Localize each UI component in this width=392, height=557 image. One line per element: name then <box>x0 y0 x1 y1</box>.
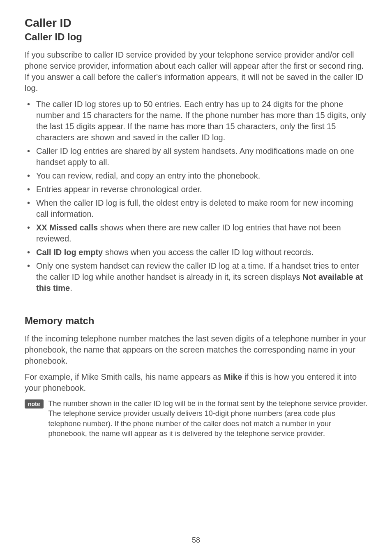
caller-id-bullet-list: The caller ID log stores up to 50 entrie… <box>25 99 367 294</box>
subsection-memory-match-title: Memory match <box>25 315 367 327</box>
bullet-item: The caller ID log stores up to 50 entrie… <box>25 99 367 143</box>
bullet-item: Call ID log empty shows when you access … <box>25 247 367 258</box>
note-text: The number shown in the caller ID log wi… <box>48 399 367 439</box>
bullet-text: shows when you access the caller ID log … <box>103 248 313 257</box>
section-title: Caller ID <box>25 16 367 30</box>
page-number: 58 <box>192 536 200 545</box>
bullet-bold: XX Missed calls <box>36 223 98 232</box>
bullet-item: XX Missed calls shows when there are new… <box>25 222 367 244</box>
intro-paragraph: If you subscribe to caller ID service pr… <box>25 49 367 94</box>
bullet-bold: Call ID log empty <box>36 248 103 257</box>
bullet-text: . <box>70 283 72 292</box>
bullet-item: Entries appear in reverse chronological … <box>25 184 367 195</box>
bullet-item: You can review, redial, and copy an entr… <box>25 170 367 181</box>
bullet-item: Only one system handset can review the c… <box>25 260 367 294</box>
subsection-caller-id-log-title: Caller ID log <box>25 31 367 43</box>
note-badge: note <box>25 399 44 408</box>
note-row: note The number shown in the caller ID l… <box>25 399 367 439</box>
bullet-item: Caller ID log entries are shared by all … <box>25 146 367 168</box>
memory-match-paragraph-2: For example, if Mike Smith calls, his na… <box>25 371 367 394</box>
memory-match-paragraph-1: If the incoming telephone number matches… <box>25 333 367 367</box>
paragraph-bold: Mike <box>224 372 242 381</box>
bullet-item: When the caller ID log is full, the olde… <box>25 197 367 220</box>
paragraph-text: For example, if Mike Smith calls, his na… <box>25 372 224 381</box>
